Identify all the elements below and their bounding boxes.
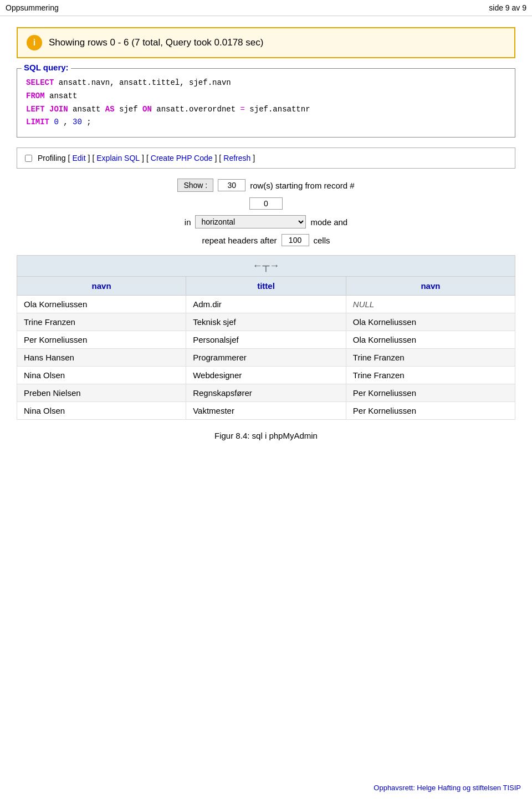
table-cell: Trine Franzen (346, 349, 515, 367)
profiling-section: Profiling [ Edit ] [ Explain SQL ] [ Cre… (17, 148, 515, 169)
edit-link[interactable]: Edit (72, 154, 85, 162)
sql-join-alias: sjef (119, 105, 142, 114)
table-cell: Preben Nielsen (17, 384, 186, 402)
show-row2 (249, 197, 283, 210)
sql-limit-semi: ; (86, 118, 91, 126)
record-start-input[interactable] (249, 197, 283, 210)
table-cell: NULL (346, 296, 515, 313)
footer-text: Opphavsrett: Helge Hafting og stiftelsen… (374, 784, 521, 792)
caption-text: Figur 8.4: sql i phpMyAdmin (214, 431, 318, 440)
sql-limit-num1: 0 (54, 118, 58, 126)
show-button[interactable]: Show : (177, 179, 213, 192)
sql-query-label: SQL query: (22, 63, 71, 72)
table-cell: Ola Korneliussen (346, 331, 515, 349)
show-row3: in horizontal vertical mode and (185, 215, 347, 228)
table-cell: Ola Korneliussen (17, 296, 186, 313)
kw-from: FROM (26, 92, 45, 100)
table-cell: Nina Olsen (17, 367, 186, 384)
table-cell: Regnskapsfører (186, 384, 346, 402)
rows-label: row(s) starting from record # (250, 181, 354, 190)
table-cell: Per Korneliussen (346, 402, 515, 420)
table-cell: Teknisk sjef (186, 313, 346, 331)
table-row: Hans HansenProgrammererTrine Franzen (17, 349, 515, 367)
table-cell: Vaktmester (186, 402, 346, 420)
resize-handle-row[interactable]: ←┬→ (17, 255, 515, 276)
show-row1: Show : row(s) starting from record # (177, 179, 354, 192)
kw-leftjoin: LEFT JOIN (26, 105, 68, 114)
resize-symbol: ←┬→ (253, 260, 280, 271)
profiling-row: Profiling [ Edit ] [ Explain SQL ] [ Cre… (25, 154, 507, 162)
table-cell: Trine Franzen (346, 367, 515, 384)
table-row: Nina OlsenVaktmesterPer Korneliussen (17, 402, 515, 420)
sql-query-section: SQL query: SELECT ansatt.navn, ansatt.ti… (17, 68, 515, 138)
refresh-link[interactable]: Refresh (223, 154, 250, 162)
repeat-label: repeat headers after (202, 236, 277, 245)
table-row: Trine FranzenTeknisk sjefOla Korneliusse… (17, 313, 515, 331)
kw-select: SELECT (26, 78, 54, 87)
header-left: Oppsummering (6, 3, 59, 12)
page-header: Oppsummering side 9 av 9 (0, 0, 532, 16)
main-content: i Showing rows 0 - 6 (7 total, Query too… (0, 16, 532, 451)
sql-code-block: SELECT ansatt.navn, ansatt.tittel, sjef.… (26, 77, 506, 129)
col-header-tittel[interactable]: tittel (186, 277, 346, 296)
cells-input[interactable] (282, 234, 309, 246)
cells-label: cells (314, 236, 330, 245)
table-row: Preben NielsenRegnskapsførerPer Korneliu… (17, 384, 515, 402)
table-section: ←┬→ navn tittel navn Ola KorneliussenAdm… (17, 255, 515, 420)
mode-label: mode and (310, 217, 347, 227)
show-controls: Show : row(s) starting from record # in … (17, 179, 515, 246)
info-icon: i (27, 35, 42, 50)
table-cell: Nina Olsen (17, 402, 186, 420)
table-header-row: navn tittel navn (17, 277, 515, 296)
table-cell: Ola Korneliussen (346, 313, 515, 331)
sql-join-condition: ansatt.overordnet (156, 105, 240, 114)
table-cell: Trine Franzen (17, 313, 186, 331)
in-label: in (185, 217, 191, 227)
info-text: Showing rows 0 - 6 (7 total, Query took … (49, 37, 263, 48)
table-row: Nina OlsenWebdesignerTrine Franzen (17, 367, 515, 384)
table-row: Ola KorneliussenAdm.dirNULL (17, 296, 515, 313)
table-cell: Hans Hansen (17, 349, 186, 367)
table-cell: Webdesigner (186, 367, 346, 384)
show-rows-input[interactable] (218, 179, 245, 191)
explain-sql-link[interactable]: Explain SQL (96, 154, 140, 162)
profiling-label: Profiling (38, 154, 66, 162)
sql-select-fields: ansatt.navn, ansatt.tittel, sjef.navn (59, 78, 231, 87)
kw-on: ON (142, 105, 152, 114)
table-cell: Adm.dir (186, 296, 346, 313)
info-box: i Showing rows 0 - 6 (7 total, Query too… (17, 27, 515, 58)
show-row4: repeat headers after cells (202, 234, 330, 246)
figure-caption: Figur 8.4: sql i phpMyAdmin (17, 431, 515, 440)
table-cell: Per Korneliussen (346, 384, 515, 402)
sql-limit-comma: , (63, 118, 73, 126)
kw-limit: LIMIT (26, 118, 49, 126)
table-row: Per KorneliussenPersonalsjefOla Korneliu… (17, 331, 515, 349)
create-php-link[interactable]: Create PHP Code (151, 154, 213, 162)
col-header-navn1[interactable]: navn (17, 277, 186, 296)
col-header-navn2[interactable]: navn (346, 277, 515, 296)
mode-select[interactable]: horizontal vertical (195, 215, 306, 228)
data-table: navn tittel navn Ola KorneliussenAdm.dir… (17, 276, 515, 420)
table-cell: Programmerer (186, 349, 346, 367)
profiling-checkbox[interactable] (25, 155, 32, 162)
sql-join-table: ansatt (73, 105, 105, 114)
header-right: side 9 av 9 (489, 3, 526, 12)
sql-limit-num2: 30 (73, 118, 82, 126)
kw-eq: = (241, 105, 245, 114)
table-cell: Personalsjef (186, 331, 346, 349)
sql-join-rhs: sjef.ansattnr (249, 105, 310, 114)
kw-as: AS (105, 105, 115, 114)
sql-from-table: ansatt (49, 92, 77, 100)
page-footer: Opphavsrett: Helge Hafting og stiftelsen… (374, 784, 521, 792)
table-cell: Per Korneliussen (17, 331, 186, 349)
